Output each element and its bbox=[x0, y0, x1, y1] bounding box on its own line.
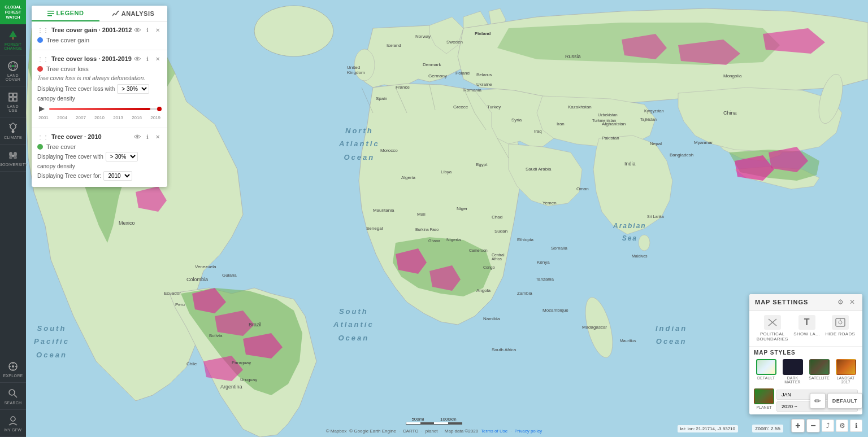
boundaries-icon bbox=[764, 315, 781, 330]
draw-pencil-btn[interactable]: ✏ bbox=[810, 393, 826, 409]
layer-visibility-btn-gain[interactable] bbox=[133, 26, 141, 34]
sidebar-item-forest-change[interactable]: FORESTCHANGE bbox=[0, 24, 26, 55]
map-style-dark[interactable]: DARKMATTER bbox=[780, 359, 805, 384]
bottom-map-controls: + − ⤴ ⚙ ℹ bbox=[791, 419, 862, 432]
svg-rect-19 bbox=[9, 93, 12, 97]
play-button[interactable] bbox=[37, 104, 46, 113]
map-options: Politicalboundaries T Show la... Hide Ro… bbox=[749, 311, 862, 347]
timeline-handle[interactable] bbox=[157, 107, 162, 111]
timeline-bar[interactable] bbox=[49, 108, 162, 110]
map-style-default[interactable]: DEFAULT bbox=[754, 359, 778, 384]
layer-visibility-btn-cover[interactable] bbox=[133, 133, 141, 141]
settings-map-btn[interactable]: ⚙ bbox=[836, 419, 848, 432]
svg-point-3 bbox=[354, 49, 375, 81]
svg-point-53 bbox=[839, 321, 842, 324]
coordinates-display: lat: lon: 21.21714, -3.83710 bbox=[678, 425, 738, 432]
canopy-density-select-cover[interactable]: > 30% > 15% > 50% bbox=[106, 152, 138, 161]
labels-label: Show la... bbox=[793, 331, 820, 337]
sidebar-item-explore[interactable]: EXPLORE bbox=[0, 356, 26, 383]
sidebar-item-climate[interactable]: CLIMATE bbox=[0, 117, 26, 145]
attribution-terms[interactable]: Terms of Use bbox=[481, 429, 507, 434]
drag-handle-gain[interactable]: ⋮⋮ bbox=[37, 27, 49, 33]
roads-label: Hide Roads bbox=[825, 331, 855, 337]
layer-header-loss: ⋮⋮ Tree cover loss · 2001-2019 ℹ ✕ bbox=[37, 55, 162, 63]
year-2019: 2019 bbox=[150, 115, 160, 120]
map-option-roads[interactable]: Hide Roads bbox=[825, 315, 855, 342]
svg-line-27 bbox=[9, 124, 10, 125]
sidebar-label-land-use: LANDUSE bbox=[7, 104, 19, 112]
sidebar-item-land-use[interactable]: LANDUSE bbox=[0, 86, 26, 117]
map-style-label-satellite: SATELLITE bbox=[809, 376, 829, 380]
svg-point-35 bbox=[12, 365, 14, 368]
svg-point-40 bbox=[9, 390, 15, 395]
default-view-btn[interactable]: DEFAULT bbox=[827, 393, 862, 409]
canopy-label-loss: Displaying Tree cover loss with bbox=[37, 86, 115, 92]
layer-info-btn-cover[interactable]: ℹ bbox=[144, 133, 151, 141]
map-style-satellite[interactable]: SATELLITE bbox=[807, 359, 831, 384]
tab-analysis-label: ANALYSIS bbox=[121, 10, 155, 17]
map-style-planet[interactable]: PLANET bbox=[754, 388, 774, 409]
year-2001: 2001 bbox=[38, 115, 49, 120]
sidebar-label-explore: EXPLORE bbox=[3, 374, 23, 378]
sidebar-item-land-cover[interactable]: LANDCOVER bbox=[0, 55, 26, 86]
drag-handle-loss[interactable]: ⋮⋮ bbox=[37, 56, 49, 62]
timeline-loss: 2001 2004 2007 2010 2013 2016 2019 bbox=[37, 104, 162, 120]
canopy-label-cover: Displaying Tree cover with bbox=[37, 154, 103, 160]
layer-close-btn-gain[interactable]: ✕ bbox=[154, 26, 162, 34]
layer-close-btn-cover[interactable]: ✕ bbox=[154, 133, 162, 141]
map-option-boundaries[interactable]: Politicalboundaries bbox=[757, 315, 788, 342]
logo[interactable]: GLOBALFORESTWATCH bbox=[0, 0, 26, 24]
forest-change-icon bbox=[7, 29, 19, 41]
canopy-density-select-loss[interactable]: > 30% > 15% > 50% > 75% bbox=[117, 84, 149, 94]
layer-info-btn-loss[interactable]: ℹ bbox=[144, 55, 151, 63]
svg-rect-14 bbox=[12, 37, 14, 40]
settings-close-btn[interactable]: ✕ bbox=[848, 298, 857, 307]
roads-icon bbox=[832, 315, 849, 330]
zoom-value: 2.55 bbox=[770, 426, 780, 431]
map-style-label-dark: DARKMATTER bbox=[784, 376, 800, 384]
legend-item-gain: Tree cover gain bbox=[37, 37, 162, 43]
canopy-density-label: canopy density bbox=[37, 95, 162, 102]
scale-label-miles: 500mi bbox=[411, 417, 424, 422]
svg-point-31 bbox=[9, 156, 12, 159]
layer-header-cover: ⋮⋮ Tree cover · 2010 ℹ ✕ bbox=[37, 133, 162, 141]
my-gfw-icon bbox=[7, 414, 19, 427]
sidebar-item-biodiversity[interactable]: BIODIVERSITY bbox=[0, 145, 26, 172]
attribution-carto: CARTO bbox=[403, 429, 419, 434]
layer-actions-gain: ℹ ✕ bbox=[133, 26, 162, 34]
layer-control-canopy-cover: Displaying Tree cover with > 30% > 15% >… bbox=[37, 152, 162, 161]
attribution-google: © Google Earth Engine bbox=[349, 429, 396, 434]
sidebar-item-my-gfw[interactable]: MY GFW bbox=[0, 410, 26, 437]
legend-dot-loss bbox=[37, 66, 43, 72]
svg-point-25 bbox=[12, 130, 15, 133]
boundaries-label: Politicalboundaries bbox=[757, 331, 788, 342]
layer-visibility-btn-loss[interactable] bbox=[133, 55, 141, 63]
info-btn[interactable]: ℹ bbox=[850, 419, 862, 432]
zoom-in-btn[interactable]: + bbox=[791, 419, 805, 432]
settings-title: MAP SETTINGS bbox=[755, 299, 808, 305]
svg-line-41 bbox=[14, 395, 17, 397]
map-style-landsat[interactable]: LANDSAT2017 bbox=[834, 359, 858, 384]
settings-header: MAP SETTINGS ⚙ ✕ bbox=[749, 294, 862, 311]
map-option-labels[interactable]: T Show la... bbox=[793, 315, 820, 342]
attribution-privacy[interactable]: Privacy policy bbox=[514, 429, 542, 434]
tab-analysis[interactable]: ANALYSIS bbox=[99, 6, 167, 21]
map-style-label-default: DEFAULT bbox=[757, 376, 775, 380]
drag-handle-cover[interactable]: ⋮⋮ bbox=[37, 134, 49, 140]
zoom-out-btn[interactable]: − bbox=[806, 419, 820, 432]
sidebar-item-search[interactable]: SEARCH bbox=[0, 383, 26, 410]
sidebar-label-climate: CLIMATE bbox=[4, 136, 22, 139]
settings-gear-btn[interactable]: ⚙ bbox=[836, 298, 845, 307]
legend-label-cover: Tree cover bbox=[46, 143, 76, 150]
tab-legend[interactable]: LEGEND bbox=[32, 6, 99, 21]
canopy-density-label-cover: canopy density bbox=[37, 163, 162, 169]
map-data-text: Map data ©2020 bbox=[445, 429, 478, 434]
layer-tree-cover-loss: ⋮⋮ Tree cover loss · 2001-2019 ℹ ✕ Tree … bbox=[32, 50, 167, 128]
layer-close-btn-loss[interactable]: ✕ bbox=[154, 55, 162, 63]
year-select-cover[interactable]: 2010 2000 2005 bbox=[103, 171, 132, 181]
share-btn[interactable]: ⤴ bbox=[822, 419, 834, 432]
legend-tab-icon bbox=[47, 10, 54, 16]
layer-info-btn-gain[interactable]: ℹ bbox=[144, 26, 151, 34]
legend-dot-gain bbox=[37, 37, 43, 43]
layer-control-canopy-loss: Displaying Tree cover loss with > 30% > … bbox=[37, 84, 162, 94]
